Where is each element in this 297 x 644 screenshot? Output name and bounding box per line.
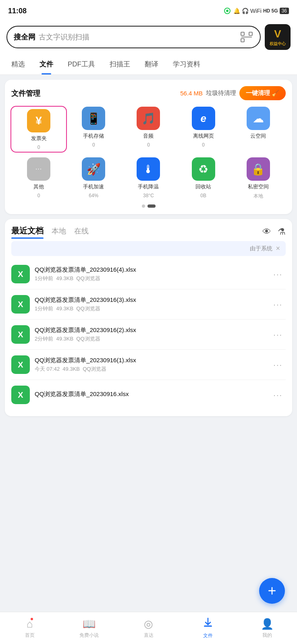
tab-wenjian[interactable]: 文件 (32, 54, 60, 74)
status-bar: 11:08 🔔 🎧 WiFi HD 5G 36 (0, 0, 297, 20)
file-meta: 1分钟前 49.3KB QQ浏览器 (35, 275, 265, 282)
file-icon-xlsx: X (11, 355, 30, 374)
fapiaojia-count: 0 (37, 144, 40, 150)
file-info: QQ浏览器发票清单_20230916(4).xlsx 1分钟前 49.3KB Q… (35, 266, 265, 282)
file-more-btn[interactable]: ··· (270, 298, 286, 311)
scan-icon[interactable] (240, 31, 253, 43)
jiangwen-count: 38°C (143, 193, 154, 198)
fab-button[interactable]: + (259, 578, 285, 604)
trash-label: 垃圾待清理 (206, 89, 236, 97)
jiangwen-icon-box: 🌡 (137, 157, 160, 181)
novel-label: 免费小说 (79, 632, 99, 639)
svg-rect-4 (241, 39, 244, 42)
tab-online[interactable]: 在线 (74, 226, 89, 237)
file-more-btn[interactable]: ··· (270, 389, 286, 401)
tab-pdf[interactable]: PDF工具 (60, 54, 102, 74)
nav-zhida[interactable]: ◎ 直达 (119, 615, 178, 642)
lixian-icon-box: e (192, 107, 215, 130)
yun-icon-box: ☁ (247, 107, 270, 130)
status-icons: 🔔 🎧 WiFi HD 5G 36 (223, 7, 289, 14)
icon-yinpin[interactable]: 🎵 音频 0 (121, 107, 176, 152)
nav-file[interactable]: 文件 (178, 614, 237, 642)
search-box[interactable]: 搜全网 古文字识别扫描 (6, 26, 261, 48)
jiasu-count: 64% (89, 193, 98, 198)
file-list: X QQ浏览器发票清单_20230916(4).xlsx 1分钟前 49.3KB… (11, 259, 286, 410)
jiasu-label: 手机加速 (83, 183, 104, 190)
dot-indicator (11, 204, 286, 208)
file-more-btn[interactable]: ··· (270, 328, 286, 341)
svg-rect-6 (204, 625, 212, 627)
file-item[interactable]: X QQ浏览器发票清单_20230916(4).xlsx 1分钟前 49.3KB… (11, 259, 286, 289)
fapiaojia-label: 发票夹 (31, 135, 47, 142)
zhida-label: 直达 (144, 632, 154, 639)
file-more-btn[interactable]: ··· (270, 268, 286, 281)
file-meta: 2分钟前 49.3KB QQ浏览器 (35, 335, 265, 343)
qita-icon-box: ··· (27, 157, 50, 181)
file-icon-xlsx: X (11, 295, 30, 314)
icon-qita[interactable]: ··· 其他 0 (11, 157, 66, 200)
file-item[interactable]: X QQ浏览器发票清单_20230916(3).xlsx 1分钟前 49.3KB… (11, 289, 286, 320)
fapiaojia-icon-box: ¥ (27, 109, 50, 132)
tab-saomiao[interactable]: 扫描王 (102, 54, 137, 74)
home-dot (31, 618, 33, 620)
tab-jingxuan[interactable]: 精选 (4, 54, 32, 74)
doc-tab-icons: 👁 ⚗ (262, 227, 286, 237)
file-name: QQ浏览器发票清单_20230916.xlsx (35, 390, 265, 398)
tab-recent-docs[interactable]: 最近文档 (11, 225, 44, 238)
yun-label: 云空间 (250, 132, 266, 140)
jiangwen-label: 手机降温 (138, 183, 159, 190)
notice-text: 由于系统 (250, 245, 272, 252)
icon-jiangwen[interactable]: 🌡 手机降温 38°C (121, 157, 176, 200)
svg-rect-2 (241, 32, 244, 35)
file-manager-card: 文件管理 56.4 MB 垃圾待清理 一键清理 🧹 ¥ 发票夹 0 📱 手机存储… (5, 80, 292, 214)
file-name: QQ浏览器发票清单_20230916(3).xlsx (35, 296, 265, 304)
search-label: 搜全网 (14, 32, 35, 42)
file-item[interactable]: X QQ浏览器发票清单_20230916.xlsx ··· (11, 380, 286, 410)
headphone-icon: 🎧 (242, 8, 249, 14)
filter-icon[interactable]: ⚗ (278, 227, 286, 237)
lixian-label: 离线网页 (193, 132, 214, 140)
file-meta: 今天 07:42 49.3KB QQ浏览器 (35, 365, 265, 373)
icon-huishou[interactable]: ♻ 回收站 0B (176, 157, 231, 200)
icon-lixian[interactable]: e 离线网页 0 (176, 107, 231, 152)
home-label: 首页 (25, 632, 35, 639)
search-placeholder: 古文字识别扫描 (39, 32, 89, 42)
tab-xuexi[interactable]: 学习资料 (166, 54, 208, 74)
vip-badge[interactable]: V 权益中心 (265, 24, 291, 50)
recent-docs: 最近文档 本地 在线 👁 ⚗ 由于系统 × X QQ浏览器发票清单_202309… (5, 219, 292, 416)
eye-icon[interactable]: 👁 (262, 227, 271, 237)
shouji-icon-box: 📱 (82, 107, 105, 130)
status-time: 11:08 (8, 7, 27, 15)
notification-icon: 🔔 (233, 8, 240, 14)
notice-close[interactable]: × (276, 244, 280, 253)
icon-jiasu[interactable]: 🚀 手机加速 64% (66, 157, 121, 200)
icon-grid: ¥ 发票夹 0 📱 手机存储 0 🎵 音频 0 e 离线网页 0 (11, 107, 286, 200)
file-icon-xlsx: X (11, 325, 30, 344)
yinpin-label: 音频 (143, 132, 154, 140)
file-info: QQ浏览器发票清单_20230916(3).xlsx 1分钟前 49.3KB Q… (35, 296, 265, 312)
file-item[interactable]: X QQ浏览器发票清单_20230916(2).xlsx 2分钟前 49.3KB… (11, 320, 286, 350)
card-header: 文件管理 56.4 MB 垃圾待清理 一键清理 🧹 (11, 86, 286, 100)
icon-mimi[interactable]: 🔒 私密空间 本地 (231, 157, 286, 200)
clean-icon: 🧹 (272, 90, 279, 97)
huishou-label: 回收站 (195, 183, 211, 190)
mimi-icon-box: 🔒 (247, 157, 270, 181)
trash-size: 56.4 MB (180, 90, 203, 97)
file-meta: 1分钟前 49.3KB QQ浏览器 (35, 305, 265, 312)
file-more-btn[interactable]: ··· (270, 359, 286, 371)
icon-yun[interactable]: ☁ 云空间 (231, 107, 286, 152)
clean-button[interactable]: 一键清理 🧹 (239, 86, 286, 100)
nav-tabs: 精选 文件 PDF工具 扫描王 翻译 学习资料 (0, 54, 297, 75)
yinpin-icon-box: 🎵 (137, 107, 160, 130)
tab-fanyi[interactable]: 翻译 (137, 54, 166, 74)
nav-mine[interactable]: 👤 我的 (238, 615, 297, 642)
file-label: 文件 (203, 632, 213, 639)
dot-1 (142, 204, 145, 208)
nav-novel[interactable]: 📖 免费小说 (59, 615, 118, 642)
icon-shouji[interactable]: 📱 手机存储 0 (66, 107, 121, 152)
file-item[interactable]: X QQ浏览器发票清单_20230916(1).xlsx 今天 07:42 49… (11, 350, 286, 380)
jiasu-icon-box: 🚀 (82, 157, 105, 181)
nav-home[interactable]: ⌂ 首页 (0, 615, 59, 642)
icon-fapiaojia[interactable]: ¥ 发票夹 0 (10, 106, 67, 153)
tab-local[interactable]: 本地 (52, 226, 66, 237)
